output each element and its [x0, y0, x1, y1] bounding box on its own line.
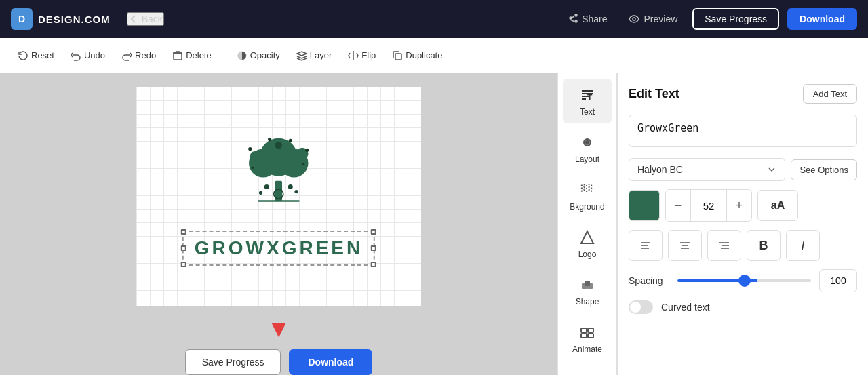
resize-handle-tr[interactable] [371, 229, 376, 235]
align-center-icon [678, 239, 692, 252]
svg-point-21 [259, 191, 262, 194]
align-center-button[interactable] [668, 230, 702, 261]
resize-handle-bl[interactable] [181, 262, 186, 267]
side-panel-scroll: T Text Layout B [558, 79, 616, 375]
delete-button[interactable]: Delete [165, 46, 218, 65]
spacing-label: Spacing [629, 275, 669, 286]
align-row: B I [629, 230, 857, 261]
panel-header: Edit Text Add Text [629, 84, 857, 104]
svg-point-25 [586, 141, 589, 144]
case-toggle-button[interactable]: aA [757, 190, 798, 221]
edit-toolbar: Reset Undo Redo Delete Opacity Layer Fli… [0, 38, 868, 73]
sidebar-item-text[interactable]: T Text [563, 79, 612, 123]
canvas-container[interactable]: GROWXGREEN [136, 87, 421, 306]
text-icon: T [578, 85, 597, 104]
sidebar-item-logo[interactable]: Logo [563, 221, 612, 266]
curved-text-row: Curved text [629, 300, 857, 314]
redo-icon [121, 50, 132, 61]
reset-icon [18, 50, 28, 61]
font-select-dropdown[interactable]: Halyon BC [629, 158, 785, 181]
opacity-icon [237, 50, 248, 61]
size-decrease-button[interactable]: − [666, 190, 690, 221]
animate-icon [578, 323, 597, 342]
svg-point-13 [305, 148, 309, 151]
align-left-icon [639, 239, 652, 252]
save-progress-button-bottom[interactable]: Save Progress [185, 349, 281, 375]
undo-button[interactable]: Undo [64, 46, 112, 65]
undo-icon [71, 50, 81, 61]
download-arrow-icon: ▼ [267, 317, 291, 341]
svg-rect-30 [581, 328, 587, 332]
italic-button[interactable]: I [786, 230, 820, 261]
opacity-button[interactable]: Opacity [230, 46, 287, 65]
sidebar-item-animate[interactable]: Animate [563, 316, 612, 361]
side-panel: T Text Layout B [557, 73, 617, 375]
trash-icon [172, 50, 183, 61]
svg-point-22 [295, 189, 298, 193]
flip-icon [348, 50, 359, 61]
duplicate-icon [392, 50, 403, 61]
main-content: GROWXGREEN ▼ Save Progress Download T [0, 73, 868, 375]
svg-point-10 [248, 146, 252, 150]
logo-content: GROWXGREEN [182, 127, 375, 266]
layout-icon [578, 133, 597, 152]
curved-text-label: Curved text [661, 302, 710, 313]
share-icon [567, 14, 578, 24]
align-left-button[interactable] [629, 230, 663, 261]
color-swatch[interactable] [629, 190, 660, 221]
text-content-input[interactable] [629, 115, 857, 147]
toolbar-divider-1 [224, 47, 224, 64]
sidebar-item-shape[interactable]: Shape [563, 269, 612, 313]
size-input[interactable] [690, 190, 727, 221]
eye-icon [629, 14, 639, 24]
download-button-bottom[interactable]: Download [289, 349, 372, 375]
save-progress-button-top[interactable]: Save Progress [692, 8, 779, 30]
flip-button[interactable]: Flip [341, 46, 382, 65]
size-control: − + [665, 189, 752, 222]
svg-rect-32 [581, 334, 587, 338]
resize-handle-mr[interactable] [371, 245, 376, 251]
sidebar-item-layout[interactable]: Layout [563, 126, 612, 171]
reset-button[interactable]: Reset [11, 46, 61, 65]
text-selection-box[interactable]: GROWXGREEN [182, 231, 375, 266]
size-increase-button[interactable]: + [727, 190, 751, 221]
background-icon [578, 180, 597, 199]
svg-point-20 [288, 184, 293, 189]
topbar-actions: Share Preview Save Progress Download [560, 8, 857, 30]
resize-handle-ml[interactable] [181, 245, 186, 251]
toggle-knob [630, 302, 641, 313]
layer-icon [296, 50, 307, 61]
add-text-button[interactable]: Add Text [803, 84, 857, 104]
svg-point-14 [302, 163, 305, 165]
see-options-button[interactable]: See Options [791, 159, 857, 180]
redo-button[interactable]: Redo [115, 46, 163, 65]
align-right-button[interactable] [707, 230, 741, 261]
svg-rect-31 [588, 328, 593, 332]
svg-marker-26 [581, 231, 593, 243]
spacing-slider[interactable] [677, 279, 811, 282]
share-button[interactable]: Share [560, 9, 614, 28]
back-chevron-icon [128, 14, 139, 24]
logo-area: D DESIGN.COM [11, 8, 111, 30]
download-arrow-area: ▼ Save Progress Download [185, 317, 373, 375]
logo-side-icon [578, 228, 597, 247]
download-button-top[interactable]: Download [787, 8, 857, 30]
back-button[interactable]: Back [127, 12, 164, 26]
right-panel: Edit Text Add Text Halyon BC See Options… [617, 73, 868, 375]
curved-text-toggle[interactable] [629, 300, 653, 314]
tree-illustration [231, 127, 326, 222]
align-right-icon [717, 239, 731, 252]
bold-button[interactable]: B [747, 230, 781, 261]
svg-rect-3 [395, 54, 401, 60]
preview-button[interactable]: Preview [622, 9, 684, 28]
layer-button[interactable]: Layer [290, 46, 339, 65]
resize-handle-tl[interactable] [181, 229, 186, 235]
canvas-area: GROWXGREEN ▼ Save Progress Download [0, 73, 557, 375]
svg-point-19 [264, 184, 269, 189]
duplicate-button[interactable]: Duplicate [385, 46, 449, 65]
spacing-value: 100 [819, 269, 857, 292]
resize-handle-br[interactable] [371, 262, 376, 267]
chevron-down-icon [767, 165, 776, 174]
panel-title: Edit Text [629, 87, 679, 101]
sidebar-item-background[interactable]: Bkground [563, 174, 612, 218]
